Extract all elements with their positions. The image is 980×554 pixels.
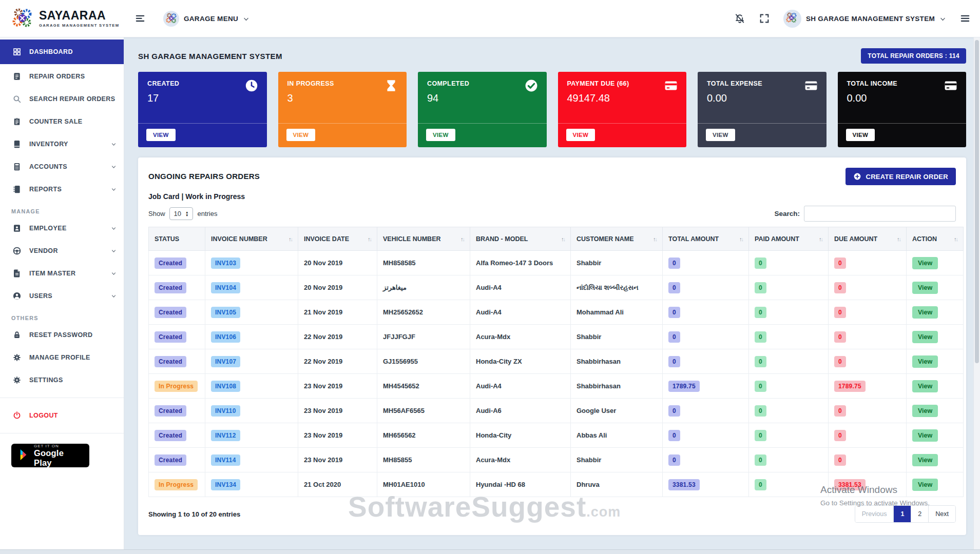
status-cell: Created	[149, 349, 205, 374]
app-logo[interactable]: SAYAARAA GARAGE MANAGEMENT SYSTEM	[0, 7, 124, 30]
credit-card-icon	[804, 78, 818, 93]
pagination-previous[interactable]: Previous	[855, 506, 894, 522]
sidebar-item-reset-password[interactable]: RESET PASSWORD	[0, 324, 124, 346]
column-header-invoice-date[interactable]: INVOICE DATE↑↓	[298, 227, 377, 251]
column-header-customer-name[interactable]: CUSTOMER NAME↑↓	[571, 227, 663, 251]
view-order-button[interactable]: View	[912, 429, 938, 442]
column-header-vehicle-number[interactable]: VEHICLE NUMBER↑↓	[377, 227, 470, 251]
search-input[interactable]	[804, 206, 956, 222]
vertical-scrollbar[interactable]	[973, 37, 980, 549]
google-play-icon	[18, 449, 29, 463]
table-header: STATUSINVOICE NUMBER↑↓INVOICE DATE↑↓VEHI…	[149, 227, 964, 251]
view-button-total-expense[interactable]: VIEW	[706, 129, 735, 141]
garage-menu-dropdown[interactable]: GARAGE MENU	[163, 11, 249, 27]
view-order-button[interactable]: View	[912, 405, 938, 417]
column-header-action[interactable]: ACTION↑↓	[907, 227, 964, 251]
view-button-in-progress[interactable]: VIEW	[286, 129, 316, 141]
create-repair-order-button[interactable]: CREATE REPAIR ORDER	[846, 168, 956, 185]
pagination-next[interactable]: Next	[928, 506, 955, 522]
garage-menu-avatar	[163, 11, 179, 27]
sidebar-item-settings[interactable]: SETTINGS	[0, 369, 124, 391]
column-header-brand-model[interactable]: BRAND - MODEL↑↓	[470, 227, 571, 251]
due-amount-cell: 0	[829, 448, 907, 472]
power-icon	[12, 411, 22, 420]
sidebar-item-inventory[interactable]: INVENTORY	[0, 133, 124, 155]
view-order-button[interactable]: View	[912, 454, 938, 466]
column-header-total-amount[interactable]: TOTAL AMOUNT↑↓	[663, 227, 749, 251]
invoice-number-badge[interactable]: INV134	[211, 479, 240, 490]
sidebar-item-dashboard[interactable]: DASHBOARD	[0, 39, 124, 64]
table-row: CreatedINV10320 Nov 2019MH858585Alfa Rom…	[149, 251, 964, 275]
sidebar-item-reports[interactable]: REPORTS	[0, 178, 124, 201]
invoice-number-badge[interactable]: INV114	[211, 454, 240, 466]
invoice-number-badge[interactable]: INV104	[211, 282, 240, 293]
view-button-total-income[interactable]: VIEW	[846, 129, 875, 141]
horizontal-scrollbar[interactable]	[0, 549, 980, 554]
vehicle-number-cell: JFJJFGJF	[377, 325, 470, 349]
sidebar-item-logout[interactable]: LOGOUT	[0, 404, 124, 427]
view-order-button[interactable]: View	[912, 331, 938, 343]
invoice-number-badge[interactable]: INV110	[211, 405, 240, 417]
invoice-date-cell: 22 Nov 2019	[298, 349, 377, 374]
brand-model-cell: Acura-Mdx	[470, 325, 571, 349]
sidebar-toggle-icon[interactable]	[134, 13, 146, 24]
invoice-number-badge[interactable]: INV112	[211, 430, 240, 441]
total-amount-cell: 1789.75	[663, 374, 749, 399]
sidebar-item-counter-sale[interactable]: COUNTER SALE	[0, 110, 124, 133]
pagination-page-2[interactable]: 2	[911, 506, 928, 522]
stat-card-label: TOTAL INCOME	[847, 80, 957, 87]
invoice-number-badge[interactable]: INV103	[211, 258, 240, 269]
sidebar-item-users[interactable]: USERS	[0, 285, 124, 307]
view-order-button[interactable]: View	[912, 479, 938, 491]
vertical-scrollbar-thumb[interactable]	[975, 40, 979, 363]
sidebar-item-label: SEARCH REPAIR ORDERS	[29, 95, 116, 103]
column-header-paid-amount[interactable]: PAID AMOUNT↑↓	[749, 227, 829, 251]
sidebar-item-vendor[interactable]: VENDOR	[0, 240, 124, 262]
google-play-badge[interactable]: GET IT ON Google Play	[11, 444, 89, 467]
invoice-number-badge[interactable]: INV108	[211, 381, 240, 392]
view-order-button[interactable]: View	[912, 282, 938, 294]
sort-arrows-icon: ↑↓	[894, 236, 900, 242]
stat-card-created: CREATED17VIEW	[138, 72, 267, 147]
view-order-button[interactable]: View	[912, 355, 938, 368]
stat-card-label: TOTAL EXPENSE	[707, 80, 817, 87]
chevron-down-icon	[111, 164, 117, 170]
paid-amount-badge: 0	[755, 258, 766, 269]
sidebar-item-employee[interactable]: EMPLOYEE	[0, 217, 124, 240]
invoice-number-badge[interactable]: INV105	[211, 307, 240, 318]
book-icon	[12, 140, 22, 149]
column-header-due-amount[interactable]: DUE AMOUNT↑↓	[829, 227, 907, 251]
sidebar-item-repair-orders[interactable]: REPAIR ORDERS	[0, 65, 124, 88]
view-order-button[interactable]: View	[912, 257, 938, 269]
column-header-invoice-number[interactable]: INVOICE NUMBER↑↓	[205, 227, 298, 251]
sidebar-item-accounts[interactable]: ACCOUNTS	[0, 155, 124, 178]
view-button-created[interactable]: VIEW	[146, 129, 176, 141]
entries-select[interactable]: 10 ▲▼	[169, 207, 194, 220]
invoice-cell: INV112	[205, 423, 298, 448]
sidebar-item-item-master[interactable]: ITEM MASTER	[0, 262, 124, 285]
notifications-off-icon[interactable]	[734, 13, 745, 24]
view-order-button[interactable]: View	[912, 306, 938, 319]
fullscreen-icon[interactable]	[759, 13, 770, 24]
total-amount-badge: 0	[668, 282, 680, 293]
brand-model-cell: Hyundai -HD 68	[470, 472, 571, 497]
paid-amount-badge: 0	[755, 381, 766, 392]
invoice-number-badge[interactable]: INV106	[211, 331, 240, 343]
due-amount-badge: 0	[834, 454, 846, 466]
invoice-number-badge[interactable]: INV107	[211, 356, 240, 367]
panel-title: ONGOING REPAIRS ORDERS	[148, 168, 260, 181]
action-cell: View	[907, 349, 964, 374]
sidebar-item-label: ITEM MASTER	[29, 270, 76, 277]
paid-amount-cell: 0	[749, 472, 829, 497]
sidebar-item-manage-profile[interactable]: MANAGE PROFILE	[0, 346, 124, 369]
view-button-completed[interactable]: VIEW	[426, 129, 455, 141]
invoice-cell: INV110	[205, 399, 298, 423]
total-repair-orders-badge[interactable]: TOTAL REPAIR ORDERS : 114	[861, 48, 966, 64]
view-order-button[interactable]: View	[912, 380, 938, 392]
hamburger-menu-icon[interactable]	[959, 13, 971, 24]
sidebar-item-search-repair-orders[interactable]: SEARCH REPAIR ORDERS	[0, 88, 124, 110]
view-button-payment-due-66[interactable]: VIEW	[566, 129, 595, 141]
pagination-page-1[interactable]: 1	[893, 506, 911, 522]
account-dropdown[interactable]: SH GARAGE MANAGEMENT SYSTEM	[783, 10, 946, 28]
paid-amount-badge: 0	[755, 454, 766, 466]
